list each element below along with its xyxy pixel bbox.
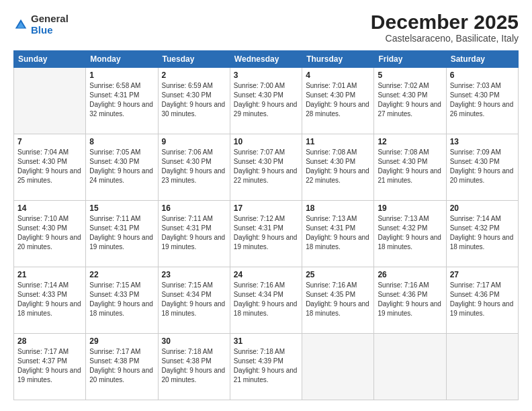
calendar-cell: 22Sunrise: 7:15 AMSunset: 4:33 PMDayligh…	[86, 267, 158, 334]
calendar-cell: 1Sunrise: 6:58 AMSunset: 4:31 PMDaylight…	[86, 68, 158, 134]
day-info: Sunrise: 7:03 AMSunset: 4:30 PMDaylight:…	[450, 81, 515, 119]
day-number: 2	[162, 71, 226, 80]
logo: General Blue	[13, 13, 69, 36]
day-number: 6	[450, 71, 515, 80]
day-number: 1	[89, 71, 154, 80]
calendar-cell: 29Sunrise: 7:17 AMSunset: 4:38 PMDayligh…	[86, 334, 158, 400]
calendar-cell: 6Sunrise: 7:03 AMSunset: 4:30 PMDaylight…	[446, 68, 518, 134]
day-info: Sunrise: 7:18 AMSunset: 4:39 PMDaylight:…	[234, 347, 298, 385]
calendar-week-1: 1Sunrise: 6:58 AMSunset: 4:31 PMDaylight…	[14, 68, 519, 134]
calendar-cell: 3Sunrise: 7:00 AMSunset: 4:30 PMDaylight…	[230, 68, 302, 134]
day-number: 23	[162, 270, 226, 279]
day-info: Sunrise: 7:11 AMSunset: 4:31 PMDaylight:…	[89, 214, 154, 252]
calendar-cell: 8Sunrise: 7:05 AMSunset: 4:30 PMDaylight…	[86, 134, 158, 201]
day-info: Sunrise: 7:11 AMSunset: 4:31 PMDaylight:…	[162, 214, 226, 252]
day-number: 7	[17, 137, 82, 146]
day-number: 5	[378, 71, 442, 80]
day-number: 26	[378, 270, 442, 279]
day-info: Sunrise: 7:05 AMSunset: 4:30 PMDaylight:…	[89, 148, 154, 185]
calendar-cell: 20Sunrise: 7:14 AMSunset: 4:32 PMDayligh…	[446, 201, 518, 267]
day-header-thursday: Thursday	[302, 51, 374, 68]
day-info: Sunrise: 7:00 AMSunset: 4:30 PMDaylight:…	[234, 81, 298, 119]
calendar-week-4: 21Sunrise: 7:14 AMSunset: 4:33 PMDayligh…	[14, 267, 519, 334]
day-info: Sunrise: 7:02 AMSunset: 4:30 PMDaylight:…	[378, 81, 442, 119]
calendar-cell: 19Sunrise: 7:13 AMSunset: 4:32 PMDayligh…	[374, 201, 446, 267]
day-info: Sunrise: 7:14 AMSunset: 4:33 PMDaylight:…	[17, 281, 82, 318]
day-info: Sunrise: 7:07 AMSunset: 4:30 PMDaylight:…	[234, 148, 298, 185]
day-header-friday: Friday	[374, 51, 446, 68]
day-number: 17	[234, 203, 298, 213]
day-number: 18	[306, 203, 370, 213]
calendar-cell: 30Sunrise: 7:18 AMSunset: 4:38 PMDayligh…	[158, 334, 230, 400]
day-number: 16	[162, 203, 226, 213]
calendar-cell: 27Sunrise: 7:17 AMSunset: 4:36 PMDayligh…	[446, 267, 518, 334]
calendar-cell	[374, 334, 446, 400]
day-info: Sunrise: 7:17 AMSunset: 4:38 PMDaylight:…	[89, 347, 154, 385]
day-info: Sunrise: 7:13 AMSunset: 4:31 PMDaylight:…	[306, 214, 370, 252]
calendar-cell: 5Sunrise: 7:02 AMSunset: 4:30 PMDaylight…	[374, 68, 446, 134]
day-number: 20	[450, 203, 515, 213]
day-header-sunday: Sunday	[14, 51, 86, 68]
calendar-week-2: 7Sunrise: 7:04 AMSunset: 4:30 PMDaylight…	[14, 134, 519, 201]
calendar-cell	[446, 334, 518, 400]
calendar-body: 1Sunrise: 6:58 AMSunset: 4:31 PMDaylight…	[14, 68, 519, 400]
calendar-week-5: 28Sunrise: 7:17 AMSunset: 4:37 PMDayligh…	[14, 334, 519, 400]
day-info: Sunrise: 7:16 AMSunset: 4:36 PMDaylight:…	[378, 281, 442, 318]
day-info: Sunrise: 7:08 AMSunset: 4:30 PMDaylight:…	[306, 148, 370, 185]
day-info: Sunrise: 7:06 AMSunset: 4:30 PMDaylight:…	[162, 148, 226, 185]
calendar-cell: 25Sunrise: 7:16 AMSunset: 4:35 PMDayligh…	[302, 267, 374, 334]
day-info: Sunrise: 7:16 AMSunset: 4:34 PMDaylight:…	[234, 281, 298, 318]
day-header-tuesday: Tuesday	[158, 51, 230, 68]
day-info: Sunrise: 7:16 AMSunset: 4:35 PMDaylight:…	[306, 281, 370, 318]
day-info: Sunrise: 6:59 AMSunset: 4:30 PMDaylight:…	[162, 81, 226, 119]
calendar-cell: 11Sunrise: 7:08 AMSunset: 4:30 PMDayligh…	[302, 134, 374, 201]
day-number: 15	[89, 203, 154, 213]
day-header-wednesday: Wednesday	[230, 51, 302, 68]
day-info: Sunrise: 7:04 AMSunset: 4:30 PMDaylight:…	[17, 148, 82, 185]
calendar-cell: 26Sunrise: 7:16 AMSunset: 4:36 PMDayligh…	[374, 267, 446, 334]
day-number: 22	[89, 270, 154, 279]
day-number: 10	[234, 137, 298, 146]
day-number: 12	[378, 137, 442, 146]
day-number: 24	[234, 270, 298, 279]
calendar-cell: 9Sunrise: 7:06 AMSunset: 4:30 PMDaylight…	[158, 134, 230, 201]
day-number: 25	[306, 270, 370, 279]
day-number: 30	[162, 336, 226, 346]
title-block: December 2025 Castelsaraceno, Basilicate…	[371, 11, 519, 44]
day-info: Sunrise: 7:17 AMSunset: 4:37 PMDaylight:…	[17, 347, 82, 385]
calendar-cell: 2Sunrise: 6:59 AMSunset: 4:30 PMDaylight…	[158, 68, 230, 134]
calendar-cell: 23Sunrise: 7:15 AMSunset: 4:34 PMDayligh…	[158, 267, 230, 334]
location: Castelsaraceno, Basilicate, Italy	[371, 33, 519, 44]
calendar-header-row: SundayMondayTuesdayWednesdayThursdayFrid…	[14, 51, 519, 68]
day-number: 3	[234, 71, 298, 80]
day-info: Sunrise: 6:58 AMSunset: 4:31 PMDaylight:…	[89, 81, 154, 119]
day-number: 8	[89, 137, 154, 146]
calendar-cell	[302, 334, 374, 400]
day-number: 14	[17, 203, 82, 213]
day-info: Sunrise: 7:13 AMSunset: 4:32 PMDaylight:…	[378, 214, 442, 252]
calendar-cell: 16Sunrise: 7:11 AMSunset: 4:31 PMDayligh…	[158, 201, 230, 267]
calendar-cell: 7Sunrise: 7:04 AMSunset: 4:30 PMDaylight…	[14, 134, 86, 201]
calendar-cell: 24Sunrise: 7:16 AMSunset: 4:34 PMDayligh…	[230, 267, 302, 334]
day-info: Sunrise: 7:12 AMSunset: 4:31 PMDaylight:…	[234, 214, 298, 252]
calendar-cell: 17Sunrise: 7:12 AMSunset: 4:31 PMDayligh…	[230, 201, 302, 267]
day-info: Sunrise: 7:15 AMSunset: 4:33 PMDaylight:…	[89, 281, 154, 318]
day-number: 28	[17, 336, 82, 346]
calendar-week-3: 14Sunrise: 7:10 AMSunset: 4:30 PMDayligh…	[14, 201, 519, 267]
calendar-cell: 31Sunrise: 7:18 AMSunset: 4:39 PMDayligh…	[230, 334, 302, 400]
month-title: December 2025	[371, 11, 519, 33]
day-header-monday: Monday	[86, 51, 158, 68]
page: General Blue December 2025 Castelsaracen…	[0, 0, 532, 411]
day-info: Sunrise: 7:01 AMSunset: 4:30 PMDaylight:…	[306, 81, 370, 119]
header: General Blue December 2025 Castelsaracen…	[13, 11, 519, 44]
calendar-cell: 12Sunrise: 7:08 AMSunset: 4:30 PMDayligh…	[374, 134, 446, 201]
day-info: Sunrise: 7:08 AMSunset: 4:30 PMDaylight:…	[378, 148, 442, 185]
day-info: Sunrise: 7:17 AMSunset: 4:36 PMDaylight:…	[450, 281, 515, 318]
day-number: 21	[17, 270, 82, 279]
calendar-cell: 10Sunrise: 7:07 AMSunset: 4:30 PMDayligh…	[230, 134, 302, 201]
calendar-cell: 18Sunrise: 7:13 AMSunset: 4:31 PMDayligh…	[302, 201, 374, 267]
calendar-cell	[14, 68, 86, 134]
logo-general: General	[31, 13, 69, 25]
logo-icon	[13, 17, 28, 32]
day-number: 29	[89, 336, 154, 346]
